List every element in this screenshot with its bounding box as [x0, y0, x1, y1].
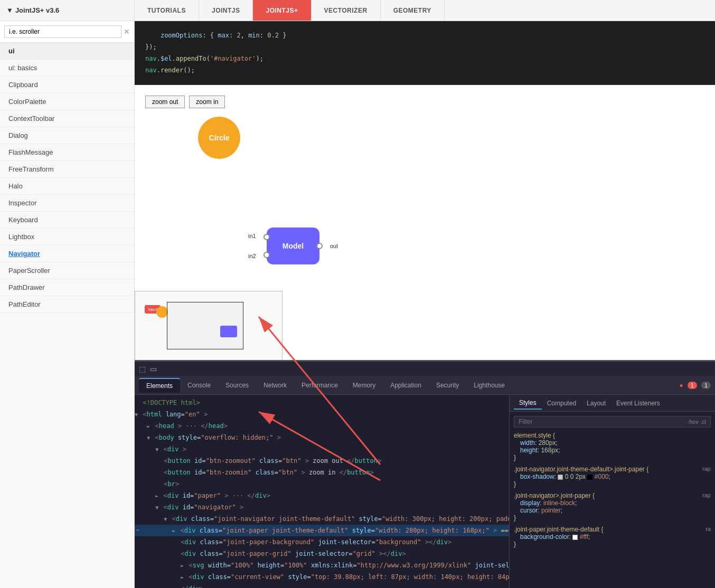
- tree-paper-background[interactable]: <div class="joint-paper-background" join…: [135, 536, 509, 548]
- tree-body[interactable]: ▼ <body style="overflow: hidden;" >: [135, 432, 509, 443]
- tree-head[interactable]: ► <head > ··· </head>: [135, 420, 509, 432]
- tree-html[interactable]: ▼ <html lang="en" >: [135, 409, 509, 420]
- demo-buttons: zoom out zoom in: [145, 96, 704, 108]
- sidebar-item-halo[interactable]: Halo: [0, 178, 134, 195]
- sidebar-item-keyboard[interactable]: Keyboard: [0, 212, 134, 229]
- devtools-tab-elements[interactable]: Elements: [139, 378, 180, 393]
- tree-paper[interactable]: ► <div id="paper" > ··· </div>: [135, 490, 509, 501]
- nav-viewport-box: [167, 302, 243, 349]
- sidebar-item-flashmessage[interactable]: FlashMessage: [0, 144, 134, 161]
- code-line-1: zoomOptions: { max: 2, min: 0.2 }: [145, 30, 704, 41]
- tab-event-listeners[interactable]: Event Listeners: [611, 397, 665, 409]
- tab-computed[interactable]: Computed: [542, 397, 581, 409]
- code-block: zoomOptions: { max: 2, min: 0.2 } }); na…: [135, 21, 715, 85]
- model-shape[interactable]: Model: [267, 227, 319, 264]
- tab-styles[interactable]: Styles: [514, 397, 542, 410]
- sidebar-item-clipboard[interactable]: Clipboard: [0, 77, 134, 93]
- tree-paper-grid[interactable]: <div class="joint-paper-grid" joint-sele…: [135, 548, 509, 559]
- styles-filter: :hov .cl: [514, 416, 711, 428]
- tree-doctype[interactable]: <!DOCTYPE html>: [135, 397, 509, 409]
- tree-div[interactable]: ▼ <div >: [135, 443, 509, 455]
- style-rule-joint-navigator-paper: .joint-navigator.joint-theme-default>.jo…: [514, 466, 711, 488]
- select-element-icon[interactable]: ⬚: [139, 365, 146, 373]
- sidebar-item-freetransform[interactable]: FreeTransform: [0, 161, 134, 178]
- sidebar-item-paperscroller[interactable]: PaperScroller: [0, 262, 134, 279]
- styles-panel: Styles Computed Layout Event Listeners :…: [509, 395, 715, 588]
- code-key-zoom: zoomOptions: [161, 32, 202, 39]
- zoom-in-button[interactable]: zoom in: [189, 96, 225, 108]
- brand: ▼ JointJS+ v3.6: [0, 0, 135, 21]
- devtools-tab-security[interactable]: Security: [429, 378, 466, 392]
- devtools-toolbar: ⬚ ▭: [135, 361, 715, 376]
- sidebar-search-container: ✕: [0, 21, 134, 43]
- styles-filter-hint: :hov .cl: [688, 419, 706, 425]
- tab-jointjs[interactable]: JOINTJS: [199, 0, 253, 21]
- devtools-tab-network[interactable]: Network: [256, 378, 294, 392]
- model-label: Model: [283, 242, 304, 250]
- port-label-in1: in1: [248, 233, 256, 239]
- style-rule-joint-navigator-paper2: .joint-navigator>.joint-paper { rap disp…: [514, 492, 711, 521]
- devtools: ⬚ ▭ Elements Console Sources Network Per…: [135, 360, 715, 588]
- tab-geometry[interactable]: GEOMETRY: [381, 0, 445, 21]
- code-line-4: nav.render();: [145, 64, 704, 76]
- navigator-inner: Start: [135, 291, 282, 360]
- sidebar-item-colorpalette[interactable]: ColorPalette: [0, 93, 134, 110]
- circle-label: Circle: [209, 134, 230, 142]
- style-rule-joint-paper-default: .joint-paper.joint-theme-default { ra ba…: [514, 526, 711, 548]
- circle-shape[interactable]: Circle: [198, 117, 240, 159]
- devtools-tab-application[interactable]: Application: [383, 378, 429, 392]
- tree-current-view[interactable]: ► <div class="current-view" style="top: …: [135, 571, 509, 583]
- model-shape-container: in1 in2 out Model: [267, 227, 319, 264]
- tree-joint-navigator[interactable]: ▼ <div class="joint-navigator joint-them…: [135, 513, 509, 525]
- style-rule-element: element.style { width: 280px; height: 16…: [514, 432, 711, 461]
- html-tree: <!DOCTYPE html> ▼ <html lang="en" > ► <h…: [135, 395, 509, 588]
- tree-btn-zoomout[interactable]: <button id="btn-zoomout" class="btn" > z…: [135, 455, 509, 467]
- sidebar-item-ui: ui: [0, 43, 134, 60]
- tree-br[interactable]: <br>: [135, 478, 509, 490]
- devtools-tab-performance[interactable]: Performance: [294, 378, 345, 392]
- sidebar-item-navigator[interactable]: Navigator: [0, 245, 134, 262]
- devtools-body: <!DOCTYPE html> ▼ <html lang="en" > ► <h…: [135, 395, 715, 588]
- tab-jointjsplus[interactable]: JOINTJS+: [253, 0, 311, 21]
- sidebar-item-dialog[interactable]: Dialog: [0, 127, 134, 144]
- sidebar-item-inspector[interactable]: Inspector: [0, 195, 134, 212]
- devtools-tabs: Elements Console Sources Network Perform…: [135, 376, 715, 395]
- top-navigation: ▼ JointJS+ v3.6 TUTORIALS JOINTJS JOINTJ…: [0, 0, 715, 21]
- tree-joint-paper[interactable]: → ► <div class="joint-paper joint-theme-…: [135, 525, 509, 536]
- devtools-tab-console[interactable]: Console: [180, 378, 218, 392]
- tree-svg[interactable]: ► <svg width="100%" height="100%" xmlns:…: [135, 559, 509, 571]
- zoom-out-button[interactable]: zoom out: [145, 96, 185, 108]
- devtools-tab-lighthouse[interactable]: Lighthouse: [466, 378, 512, 392]
- port-label-out: out: [330, 243, 338, 249]
- tree-btn-zoomin[interactable]: <button id="btn-zoomin" class="btn" > zo…: [135, 467, 509, 478]
- code-line-2: });: [145, 41, 704, 53]
- device-toolbar-icon[interactable]: ▭: [150, 365, 157, 373]
- tab-vectorizer[interactable]: VECTORIZER: [312, 0, 381, 21]
- tab-layout[interactable]: Layout: [581, 397, 611, 409]
- tab-tutorials[interactable]: TUTORIALS: [135, 0, 199, 21]
- styles-content: :hov .cl element.style { width: 280px; h…: [510, 412, 715, 556]
- port-label-in2: in2: [248, 253, 256, 259]
- sidebar-item-ui-basics[interactable]: ui: basics: [0, 60, 134, 77]
- devtools-badge-1: 1: [688, 382, 697, 389]
- right-panel-tabs: Styles Computed Layout Event Listeners: [510, 395, 715, 412]
- devtools-badge-2: 1: [701, 382, 711, 389]
- port-in2: [264, 252, 270, 258]
- sidebar-item-contexttoolbar[interactable]: ContextToolbar: [0, 110, 134, 127]
- devtools-tab-sources[interactable]: Sources: [218, 378, 256, 392]
- port-out: [316, 243, 323, 249]
- sidebar-item-patheditor[interactable]: PathEditor: [0, 296, 134, 313]
- sidebar-item-lightbox[interactable]: Lightbox: [0, 229, 134, 245]
- search-input[interactable]: [4, 25, 121, 38]
- main-layout: ✕ ui ui: basics Clipboard ColorPalette C…: [0, 21, 715, 588]
- nav-mini-model: [220, 326, 237, 337]
- nav-mini-circle: [156, 306, 168, 318]
- sidebar-item-pathdrawer[interactable]: PathDrawer: [0, 279, 134, 296]
- search-clear-button[interactable]: ✕: [124, 27, 130, 36]
- brand-logo: ▼: [6, 6, 13, 14]
- tree-navigator[interactable]: ▼ <div id="navigator" >: [135, 501, 509, 513]
- devtools-tab-icons: ● 1 1: [680, 382, 711, 389]
- devtools-tab-memory[interactable]: Memory: [345, 378, 383, 392]
- styles-filter-input[interactable]: [519, 418, 688, 425]
- tree-div-close[interactable]: </div>: [135, 583, 509, 588]
